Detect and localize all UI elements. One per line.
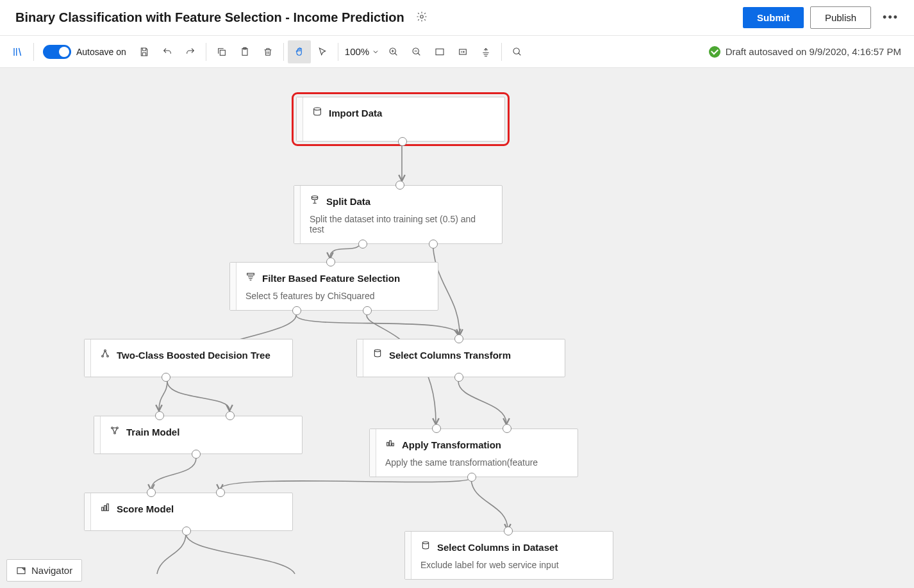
filter-icon [245, 272, 256, 284]
paste-icon[interactable] [233, 40, 256, 63]
output-port[interactable] [467, 473, 476, 482]
svg-point-15 [374, 350, 380, 352]
save-icon[interactable] [133, 40, 156, 63]
actual-size-icon[interactable] [451, 40, 474, 63]
input-port[interactable] [504, 527, 513, 535]
node-filter-based-feature-selection[interactable]: Filter Based Feature Selection Select 5 … [229, 262, 438, 311]
output-port[interactable] [363, 306, 372, 315]
submit-button[interactable]: Submit [743, 7, 804, 28]
svg-rect-11 [247, 274, 254, 275]
output-port[interactable] [429, 240, 438, 249]
delete-icon[interactable] [256, 40, 279, 63]
autosave-label: Autosave on [76, 47, 126, 57]
output-port[interactable] [192, 450, 201, 459]
auto-layout-icon[interactable] [474, 40, 497, 63]
svg-rect-23 [104, 505, 106, 510]
publish-button[interactable]: Publish [810, 6, 871, 29]
node-select-columns-in-dataset[interactable]: Select Columns in Dataset Exclude label … [404, 531, 613, 580]
more-icon[interactable]: ••• [880, 8, 901, 27]
svg-point-10 [312, 196, 317, 198]
columns-icon [372, 348, 383, 361]
cursor-icon[interactable] [311, 40, 334, 63]
autosave-status: Draft autosaved on 9/9/2020, 4:16:57 PM [709, 46, 908, 58]
columns-icon [420, 541, 431, 553]
library-icon[interactable] [6, 40, 29, 63]
input-port[interactable] [147, 488, 156, 497]
svg-point-18 [114, 432, 116, 434]
output-port[interactable] [454, 373, 463, 382]
split-icon [310, 195, 320, 208]
input-port[interactable] [395, 181, 404, 190]
input-port[interactable] [155, 411, 164, 420]
node-apply-transformation[interactable]: Apply Transformation Apply the same tran… [369, 429, 578, 477]
undo-icon[interactable] [156, 40, 179, 63]
settings-gear-icon[interactable] [416, 11, 428, 25]
input-port[interactable] [226, 411, 235, 420]
autosave-toggle[interactable] [43, 45, 71, 59]
svg-point-9 [314, 108, 321, 110]
node-split-data[interactable]: Split Data Split the dataset into traini… [294, 185, 503, 244]
svg-point-0 [420, 15, 424, 18]
toolbar: Autosave on 100% [0, 36, 914, 68]
copy-icon[interactable] [210, 40, 233, 63]
input-port[interactable] [503, 424, 511, 433]
zoom-in-icon[interactable] [382, 40, 405, 63]
svg-point-12 [104, 350, 106, 352]
input-port[interactable] [454, 334, 463, 343]
database-icon [312, 106, 322, 119]
navigator-button[interactable]: Navigator [6, 559, 82, 582]
node-import-data[interactable]: Import Data [296, 97, 505, 142]
svg-rect-24 [107, 504, 109, 511]
output-port[interactable] [292, 306, 301, 315]
svg-point-13 [102, 355, 104, 357]
pipeline-canvas[interactable]: Import Data Split Data Split the dataset… [0, 68, 914, 588]
zoom-out-icon[interactable] [405, 40, 428, 63]
pan-hand-icon[interactable] [288, 40, 311, 63]
svg-rect-19 [387, 443, 389, 446]
search-icon[interactable] [506, 40, 529, 63]
train-icon [110, 425, 120, 438]
fit-screen-icon[interactable] [428, 40, 451, 63]
output-port[interactable] [398, 137, 407, 146]
header: Binary Classification with Feature Selec… [0, 0, 914, 36]
svg-rect-22 [102, 507, 104, 510]
svg-point-17 [117, 427, 119, 429]
input-port[interactable] [216, 488, 225, 497]
output-port[interactable] [182, 527, 191, 535]
transform-icon [385, 438, 395, 451]
node-score-model[interactable]: Score Model [84, 493, 293, 531]
zoom-level[interactable]: 100% [345, 46, 379, 57]
input-port[interactable] [326, 257, 335, 266]
page-title: Binary Classification with Feature Selec… [15, 10, 404, 25]
check-circle-icon [709, 46, 720, 58]
svg-rect-21 [392, 443, 394, 446]
node-train-model[interactable]: Train Model [94, 416, 303, 454]
svg-point-8 [513, 48, 519, 54]
svg-point-16 [112, 427, 113, 429]
svg-rect-20 [390, 441, 392, 446]
tree-icon [100, 348, 110, 361]
redo-icon[interactable] [179, 40, 202, 63]
input-port[interactable] [432, 424, 441, 433]
svg-rect-6 [436, 49, 444, 54]
output-port[interactable] [162, 373, 170, 382]
score-icon [100, 502, 110, 515]
svg-point-25 [422, 542, 428, 544]
svg-point-14 [107, 355, 109, 357]
svg-rect-1 [220, 50, 225, 55]
svg-rect-7 [460, 49, 467, 54]
node-two-class-boosted-decision-tree[interactable]: Two-Class Boosted Decision Tree [84, 339, 293, 377]
output-port[interactable] [358, 240, 367, 249]
node-select-columns-transform[interactable]: Select Columns Transform [356, 339, 565, 377]
